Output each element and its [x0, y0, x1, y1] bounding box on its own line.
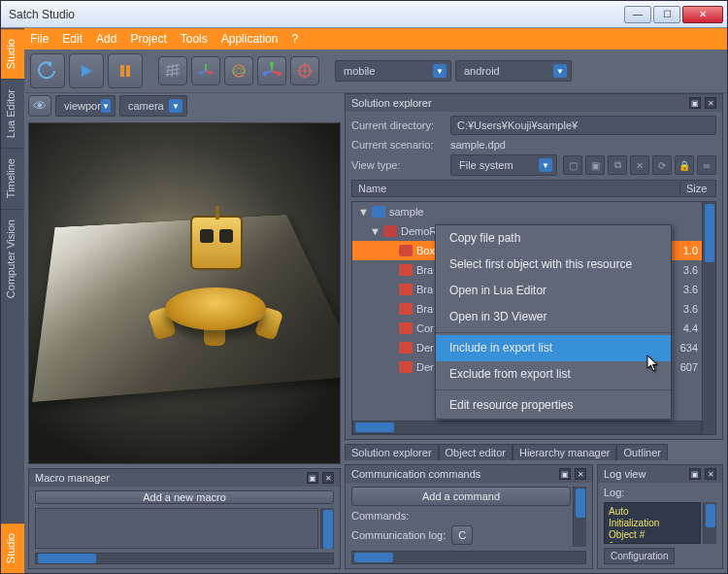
chevron-down-icon: ▼	[101, 99, 111, 113]
delete-icon[interactable]: ✕	[630, 155, 649, 175]
panel-close-icon[interactable]: ✕	[322, 472, 334, 484]
menu-tools[interactable]: Tools	[181, 32, 208, 46]
context-menu: Copy file path Select first object with …	[435, 224, 672, 420]
add-macro-button[interactable]: Add a new macro	[35, 490, 334, 504]
window-minimize-button[interactable]: —	[624, 6, 651, 23]
chevron-down-icon: ▼	[553, 64, 567, 78]
macro-vscroll[interactable]	[320, 508, 334, 549]
file-icon	[399, 322, 413, 334]
tab-object-editor[interactable]: Object editor	[439, 444, 513, 460]
log-output[interactable]: Auto Initialization Object # 0 : Databas…	[604, 502, 701, 544]
menu-file[interactable]: File	[30, 32, 49, 46]
cm-exclude-export-list[interactable]: Exclude from export list	[436, 361, 671, 388]
menu-help[interactable]: ?	[291, 32, 298, 46]
tree-row-root: ▼sample	[352, 202, 702, 221]
svg-rect-0	[120, 65, 124, 77]
menu-edit[interactable]: Edit	[62, 32, 83, 46]
axis-scale-button[interactable]	[257, 56, 286, 85]
new-file-icon[interactable]: ▢	[563, 155, 582, 175]
tab-hierarchy-manager[interactable]: Hierarchy manager	[513, 444, 617, 460]
lock-icon[interactable]: 🔒	[675, 155, 694, 175]
tab-configuration[interactable]: Configuration	[604, 548, 675, 564]
panel-undock-icon[interactable]: ▣	[559, 468, 571, 480]
svg-rect-1	[126, 65, 130, 77]
svg-rect-19	[263, 72, 267, 76]
panel-undock-icon[interactable]: ▣	[689, 468, 701, 480]
grid-button[interactable]	[158, 56, 187, 85]
history-back-button[interactable]	[30, 53, 65, 88]
communication-panel: Communication commands▣✕ Add a command C…	[345, 464, 593, 569]
refresh-icon[interactable]: ⟳	[652, 155, 672, 175]
main-area: File Edit Add Project Tools Application …	[24, 28, 727, 573]
comm-log-button[interactable]: C	[451, 525, 473, 545]
tab-solution-explorer[interactable]: Solution explorer	[345, 444, 439, 460]
new-folder-icon[interactable]: ▣	[585, 155, 605, 175]
svg-point-13	[237, 65, 242, 77]
vtab-timeline[interactable]: Timeline	[1, 148, 24, 208]
chevron-down-icon: ▼	[539, 158, 552, 172]
vtab-lua-editor[interactable]: Lua Editor	[1, 79, 24, 148]
comm-log-label: Communication log:	[351, 529, 446, 541]
panel-close-icon[interactable]: ✕	[705, 97, 716, 109]
play-button[interactable]	[69, 53, 104, 88]
viewpoint-combo[interactable]: viewpor▼	[55, 95, 116, 117]
macro-hscroll[interactable]	[35, 553, 334, 564]
tab-outliner[interactable]: Outliner	[616, 444, 668, 460]
panel-close-icon[interactable]: ✕	[575, 468, 586, 480]
vertical-tabs: Studio Lua Editor Timeline Computer Visi…	[1, 28, 24, 573]
tree-hscroll[interactable]	[352, 421, 702, 434]
viewport-toolbar: 👁 viewpor▼ camera▼	[28, 93, 341, 118]
vtab-studio-bottom[interactable]: Studio	[1, 523, 24, 573]
log-label: Log:	[604, 487, 716, 498]
solution-explorer-title: Solution explorer ▣✕	[346, 94, 722, 112]
log-vscroll[interactable]	[703, 502, 716, 544]
cm-copy-file-path[interactable]: Copy file path	[436, 225, 671, 252]
mouse-cursor-icon	[646, 355, 660, 372]
axis-rotate-button[interactable]	[224, 56, 253, 85]
menu-add[interactable]: Add	[96, 32, 116, 46]
macro-list[interactable]	[35, 508, 318, 549]
log-view-title: Log view	[604, 468, 645, 480]
col-size[interactable]: Size	[680, 183, 715, 194]
panel-undock-icon[interactable]: ▣	[307, 472, 318, 484]
pause-button[interactable]	[108, 53, 143, 88]
svg-point-12	[233, 69, 245, 74]
svg-line-10	[199, 71, 206, 74]
window-close-button[interactable]: ✕	[682, 6, 723, 23]
menu-application[interactable]: Application	[221, 32, 279, 46]
add-command-button[interactable]: Add a command	[351, 487, 571, 506]
svg-rect-15	[270, 62, 274, 66]
col-name[interactable]: Name	[352, 183, 680, 194]
vtab-computer-vision[interactable]: Computer Vision	[1, 209, 24, 308]
tree-vscroll[interactable]	[702, 202, 715, 434]
share-icon[interactable]: ∞	[697, 155, 716, 175]
cm-include-export-list[interactable]: Include in export list	[436, 335, 671, 361]
robot-model	[148, 198, 283, 344]
cm-edit-resource-properties[interactable]: Edit resource properties	[436, 392, 671, 419]
window-maximize-button[interactable]: ☐	[653, 6, 680, 23]
folder-icon	[383, 225, 397, 237]
vtab-studio[interactable]: Studio	[1, 28, 24, 79]
axis-move-button[interactable]	[191, 56, 220, 85]
comm-hscroll[interactable]	[351, 551, 586, 564]
platform-combo[interactable]: mobile▼	[335, 60, 451, 82]
cm-open-3d-viewer[interactable]: Open in 3D Viewer	[436, 304, 671, 330]
3d-viewport[interactable]	[28, 122, 341, 464]
os-combo[interactable]: android▼	[455, 60, 572, 82]
bottom-panels: Communication commands▣✕ Add a command C…	[345, 464, 723, 569]
menu-project[interactable]: Project	[130, 32, 166, 46]
communication-title: Communication commands	[351, 468, 480, 480]
view-type-combo[interactable]: File system▼	[450, 154, 557, 176]
cm-open-lua-editor[interactable]: Open in Lua Editor	[436, 278, 671, 304]
cm-select-first-object[interactable]: Select first object with this resource	[436, 252, 671, 278]
comm-vscroll[interactable]	[573, 487, 586, 547]
macro-manager-title-label: Macro manager	[35, 472, 110, 484]
panel-undock-icon[interactable]: ▣	[689, 97, 701, 109]
copy-icon[interactable]: ⧉	[608, 155, 627, 175]
current-directory-field[interactable]	[450, 116, 716, 135]
camera-combo[interactable]: camera▼	[119, 95, 187, 117]
target-button[interactable]	[290, 56, 319, 85]
viewport-eye-button[interactable]: 👁	[28, 95, 51, 117]
panel-close-icon[interactable]: ✕	[705, 468, 716, 480]
file-icon	[399, 342, 413, 354]
